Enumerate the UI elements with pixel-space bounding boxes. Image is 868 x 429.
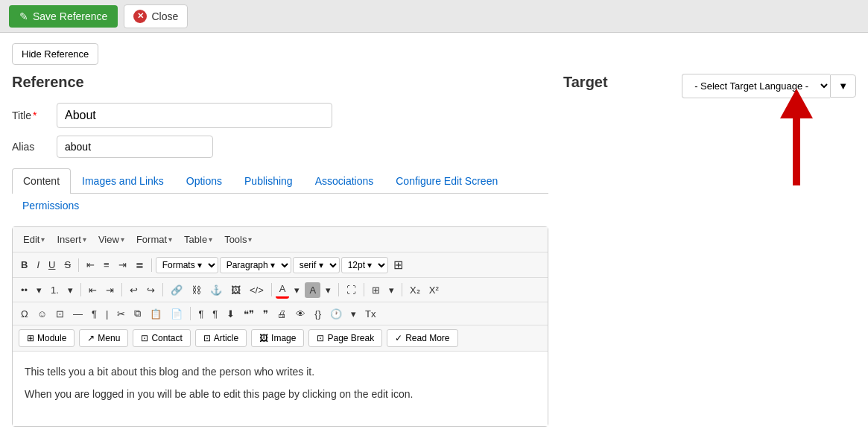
italic-button[interactable]: I [33, 257, 43, 273]
save-icon: ✎ [19, 10, 28, 22]
reference-section-title: Reference [12, 74, 548, 91]
bold-button[interactable]: B [17, 257, 31, 273]
nonbreaking-button[interactable]: ¶ [88, 306, 101, 322]
align-justify-button[interactable]: ≣ [132, 257, 148, 273]
insert-menu-button[interactable]: ↗ Menu [79, 329, 128, 347]
insert-article-button[interactable]: ⊡ Article [195, 329, 247, 347]
insert-contact-button[interactable]: ⊡ Contact [133, 329, 190, 347]
main-content: Hide Reference Reference Title* Alias Co… [0, 33, 868, 429]
menu-insert[interactable]: Insert ▾ [52, 232, 91, 247]
title-input[interactable] [57, 103, 332, 128]
code-button[interactable]: </> [246, 282, 267, 298]
link-button[interactable]: 🔗 [167, 282, 186, 298]
clock-dropdown[interactable]: ▾ [347, 306, 360, 322]
language-dropdown-button[interactable]: ▼ [830, 74, 856, 98]
reference-column: Reference Title* Alias Content Images an… [12, 74, 548, 427]
size-select[interactable]: 12pt ▾ [341, 257, 388, 273]
insert-page-break-button[interactable]: ⊡ Page Break [308, 329, 382, 347]
table-button[interactable]: ⊞ [368, 282, 384, 298]
ordered-list-dropdown[interactable]: ▾ [64, 282, 77, 298]
text-color-dropdown[interactable]: ▾ [291, 282, 303, 298]
paste-text-button[interactable]: 📄 [167, 306, 186, 322]
hide-reference-button[interactable]: Hide Reference [12, 43, 98, 65]
unlink-button[interactable]: ⛓ [188, 282, 205, 298]
clock-button[interactable]: 🕐 [326, 306, 346, 322]
hr-button[interactable]: — [69, 306, 86, 322]
tab-content[interactable]: Content [12, 168, 71, 194]
menu-table[interactable]: Table ▾ [180, 232, 217, 247]
formats-select[interactable]: Formats ▾ [156, 257, 218, 273]
download-button[interactable]: ⬇ [223, 306, 238, 322]
indent-button[interactable]: ⇥ [102, 282, 118, 298]
insert-image-button[interactable]: 🖼 Image [251, 329, 304, 347]
bullet-list-dropdown[interactable]: ▾ [33, 282, 45, 298]
font-select[interactable]: serif ▾ [293, 257, 340, 273]
underline-button[interactable]: U [45, 257, 59, 273]
align-right-button[interactable]: ⇥ [115, 257, 130, 273]
tab-configure-edit[interactable]: Configure Edit Screen [384, 168, 509, 193]
find-replace-button[interactable]: ⊞ [390, 255, 407, 274]
hide-ref-label: Hide Reference [22, 48, 89, 60]
title-label: Title* [12, 109, 57, 121]
menu-format[interactable]: Format ▾ [132, 232, 177, 247]
print-button[interactable]: 🖨 [273, 306, 291, 322]
bg-color-dropdown[interactable]: ▾ [322, 282, 335, 298]
media-button[interactable]: ⊡ [52, 306, 68, 322]
separator4 [121, 283, 122, 296]
text-color-button[interactable]: A [276, 281, 290, 299]
editor-tabs: Content Images and Links Options Publish… [12, 168, 548, 194]
anchor-button[interactable]: ⚓ [206, 282, 226, 298]
outdent-button[interactable]: ⇤ [85, 282, 101, 298]
copy-button[interactable]: ⧉ [130, 305, 145, 322]
tab-images-links[interactable]: Images and Links [71, 168, 175, 193]
pagebreak-button[interactable]: | [102, 306, 112, 322]
separator2 [151, 258, 152, 272]
fullscreen-button[interactable]: ⛶ [343, 282, 360, 298]
insert-module-button[interactable]: ⊞ Module [19, 329, 75, 347]
emoticon-button[interactable]: ☺ [34, 306, 51, 322]
cut-button[interactable]: ✂ [113, 306, 129, 322]
separator5 [162, 283, 163, 296]
tab-publishing[interactable]: Publishing [233, 168, 304, 193]
blockquote-button[interactable]: ❞ [259, 306, 272, 322]
close-button[interactable]: ✕ Close [124, 4, 188, 28]
rtl-button[interactable]: ¶ [209, 306, 221, 322]
superscript-button[interactable]: X² [425, 282, 443, 298]
tab-associations[interactable]: Associations [304, 168, 385, 193]
editor-toolbar-2: •• ▾ 1. ▾ ⇤ ⇥ ↩ ↪ 🔗 ⛓ ⚓ 🖼 </> [13, 278, 548, 302]
editor-insert-bar: ⊞ Module ↗ Menu ⊡ Contact ⊡ Article [13, 325, 548, 352]
menu-view[interactable]: View ▾ [94, 232, 129, 247]
alias-input[interactable] [57, 136, 213, 158]
image-label: Image [271, 333, 296, 343]
separator8 [364, 283, 364, 296]
read-more-icon: ✓ [395, 333, 402, 343]
table-dropdown[interactable]: ▾ [385, 282, 398, 298]
separator7 [338, 283, 339, 296]
paragraph-select[interactable]: Paragraph ▾ [220, 257, 291, 273]
editor-content-area[interactable]: This tells you a bit about this blog and… [13, 352, 548, 426]
ordered-list-button[interactable]: 1. [47, 282, 63, 298]
special-char-button[interactable]: Ω [17, 306, 32, 322]
tab-permissions[interactable]: Permissions [12, 194, 548, 217]
remove-format-button[interactable]: Tx [361, 306, 379, 322]
menu-edit[interactable]: Edit ▾ [19, 232, 49, 247]
align-left-button[interactable]: ⇤ [83, 257, 98, 273]
source-button[interactable]: {} [311, 306, 325, 322]
bg-color-button[interactable]: A [305, 282, 320, 298]
save-reference-button[interactable]: ✎ Save Reference [9, 5, 118, 28]
subscript-button[interactable]: X₂ [406, 282, 424, 298]
insert-read-more-button[interactable]: ✓ Read More [387, 329, 457, 347]
quote-button[interactable]: ❝❞ [240, 306, 258, 322]
bullet-list-button[interactable]: •• [17, 282, 31, 298]
image-button[interactable]: 🖼 [227, 282, 244, 298]
align-center-button[interactable]: ≡ [100, 257, 113, 273]
preview-button[interactable]: 👁 [292, 306, 309, 322]
menu-tools[interactable]: Tools ▾ [220, 232, 256, 247]
ltr-button[interactable]: ¶ [194, 306, 207, 322]
redo-button[interactable]: ↪ [143, 282, 159, 298]
undo-button[interactable]: ↩ [126, 282, 142, 298]
image-icon-insert: 🖼 [259, 333, 268, 343]
paste-button[interactable]: 📋 [146, 306, 165, 322]
strikethrough-button[interactable]: S [60, 257, 75, 273]
tab-options[interactable]: Options [175, 168, 233, 193]
